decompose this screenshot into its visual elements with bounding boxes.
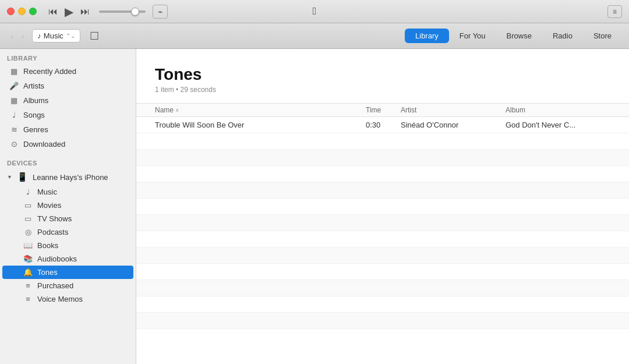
expand-arrow-icon: ▼ <box>7 174 12 180</box>
sidebar-item-label: Artists <box>23 82 44 90</box>
sidebar-item-label: Voice Memos <box>37 295 83 303</box>
content-area: Tones 1 item • 29 seconds Name ∧ Time Ar… <box>136 49 629 364</box>
library-selector[interactable]: ♪ Music ⌃⌄ <box>32 29 80 43</box>
list-view-icon: ≡ <box>613 8 617 16</box>
play-button[interactable]: ▶ <box>62 3 76 20</box>
sidebar-item-device-purchased[interactable]: ≡ Purchased <box>2 279 133 292</box>
page-title: Tones <box>155 65 610 84</box>
device-movies-icon: ▭ <box>23 201 33 210</box>
table-row-empty <box>136 166 629 182</box>
tab-for-you[interactable]: For You <box>449 29 496 43</box>
sidebar-item-label: Podcasts <box>37 228 68 236</box>
device-iphone[interactable]: ▼ 📱 Leanne Hays's iPhone <box>0 169 136 185</box>
sidebar-item-device-music[interactable]: ♩ Music <box>2 185 133 199</box>
sidebar-item-albums[interactable]: ▦ Albums <box>2 93 133 108</box>
device-voice-memos-icon: ≡ <box>23 295 33 303</box>
device-music-icon: ♩ <box>23 188 33 196</box>
traffic-lights <box>7 8 37 15</box>
forward-button[interactable]: › <box>18 29 28 43</box>
devices-section-label: Devices <box>0 154 136 169</box>
table-row-empty <box>136 199 629 215</box>
volume-slider[interactable] <box>99 10 146 13</box>
sidebar-item-device-audiobooks[interactable]: 📚 Audiobooks <box>2 252 133 266</box>
close-button[interactable] <box>7 8 15 15</box>
maximize-button[interactable] <box>29 8 37 15</box>
sidebar-item-label: Audiobooks <box>37 255 77 263</box>
table-row-empty <box>136 264 629 280</box>
sort-arrow-icon: ∧ <box>175 107 179 113</box>
nav-tabs: Library For You Browse Radio Store <box>405 29 622 43</box>
artists-icon: 🎤 <box>9 82 19 90</box>
sidebar-item-device-movies[interactable]: ▭ Movies <box>2 199 133 212</box>
device-iphone-icon: 📱 <box>17 172 28 182</box>
device-name-label: Leanne Hays's iPhone <box>33 173 108 182</box>
device-audiobooks-icon: 📚 <box>23 255 33 263</box>
transport-controls: ⏮ ▶ ⏭ <box>46 3 92 20</box>
device-purchased-icon: ≡ <box>23 281 33 290</box>
devices-section: Devices ▼ 📱 Leanne Hays's iPhone ♩ Music… <box>0 154 136 306</box>
track-table: Name ∧ Time Artist Album Trouble Will So… <box>136 103 629 364</box>
sidebar: Library ▦ Recently Added 🎤 Artists ▦ Alb… <box>0 49 136 364</box>
airplay-icon: ⌁ <box>158 7 162 16</box>
table-row-empty <box>136 313 629 329</box>
table-row-empty <box>136 215 629 231</box>
sidebar-item-device-voice-memos[interactable]: ≡ Voice Memos <box>2 292 133 306</box>
back-button[interactable]: ‹ <box>7 29 17 43</box>
albums-icon: ▦ <box>9 96 19 105</box>
device-icon: ☐ <box>90 30 99 43</box>
sidebar-item-label: Genres <box>23 125 48 134</box>
sidebar-item-device-tones[interactable]: 🔔 Tones <box>2 266 133 279</box>
table-header: Name ∧ Time Artist Album <box>136 103 629 117</box>
apple-logo:  <box>313 5 317 17</box>
table-row[interactable]: Trouble Will Soon Be Over 0:30 Sinéad O'… <box>136 117 629 133</box>
content-subtitle: 1 item • 29 seconds <box>155 86 610 94</box>
table-row-empty <box>136 150 629 166</box>
sidebar-item-genres[interactable]: ≋ Genres <box>2 122 133 137</box>
column-header-time[interactable]: Time <box>366 106 401 114</box>
sidebar-item-label: Downloaded <box>23 140 65 149</box>
tab-radio[interactable]: Radio <box>542 29 583 43</box>
navbar: ‹ › ♪ Music ⌃⌄ ☐ Library For You Browse … <box>0 23 629 49</box>
sidebar-item-downloaded[interactable]: ⊙ Downloaded <box>2 137 133 151</box>
sidebar-item-recently-added[interactable]: ▦ Recently Added <box>2 64 133 79</box>
track-album: God Don't Never C... <box>506 121 610 129</box>
content-header: Tones 1 item • 29 seconds <box>136 49 629 103</box>
column-header-name[interactable]: Name ∧ <box>155 106 366 114</box>
airplay-button[interactable]: ⌁ <box>153 5 168 19</box>
column-header-artist[interactable]: Artist <box>401 106 506 114</box>
sidebar-item-label: Recently Added <box>23 67 76 76</box>
device-books-icon: 📖 <box>23 241 33 250</box>
minimize-button[interactable] <box>18 8 26 15</box>
main-layout: Library ▦ Recently Added 🎤 Artists ▦ Alb… <box>0 49 629 364</box>
rewind-button[interactable]: ⏮ <box>46 5 60 18</box>
library-section-label: Library <box>0 49 136 64</box>
table-row-empty <box>136 248 629 264</box>
track-artist: Sinéad O'Connor <box>401 121 506 129</box>
selector-arrow-icon: ⌃⌄ <box>66 33 75 39</box>
sidebar-item-artists[interactable]: 🎤 Artists <box>2 79 133 93</box>
table-row-empty <box>136 182 629 199</box>
recently-added-icon: ▦ <box>9 67 19 76</box>
table-row-empty <box>136 280 629 296</box>
table-row-empty <box>136 296 629 313</box>
tab-browse[interactable]: Browse <box>496 29 542 43</box>
sidebar-item-label: TV Shows <box>37 214 72 223</box>
sidebar-item-label: Albums <box>23 96 48 105</box>
sidebar-item-device-tv-shows[interactable]: ▭ TV Shows <box>2 212 133 225</box>
tab-store[interactable]: Store <box>583 29 622 43</box>
sidebar-item-label: Tones <box>37 268 58 277</box>
songs-icon: ♩ <box>9 111 19 119</box>
sidebar-item-device-podcasts[interactable]: ◎ Podcasts <box>2 225 133 239</box>
sidebar-item-label: Books <box>37 241 58 250</box>
sidebar-item-songs[interactable]: ♩ Songs <box>2 108 133 122</box>
table-row-empty <box>136 231 629 248</box>
sidebar-item-label: Songs <box>23 111 45 119</box>
column-header-album[interactable]: Album <box>506 106 610 114</box>
list-view-button[interactable]: ≡ <box>607 5 622 18</box>
sidebar-item-device-books[interactable]: 📖 Books <box>2 239 133 252</box>
track-name: Trouble Will Soon Be Over <box>155 121 366 129</box>
empty-rows <box>136 133 629 329</box>
tab-library[interactable]: Library <box>405 29 449 43</box>
table-row-empty <box>136 133 629 150</box>
fast-forward-button[interactable]: ⏭ <box>78 5 92 18</box>
